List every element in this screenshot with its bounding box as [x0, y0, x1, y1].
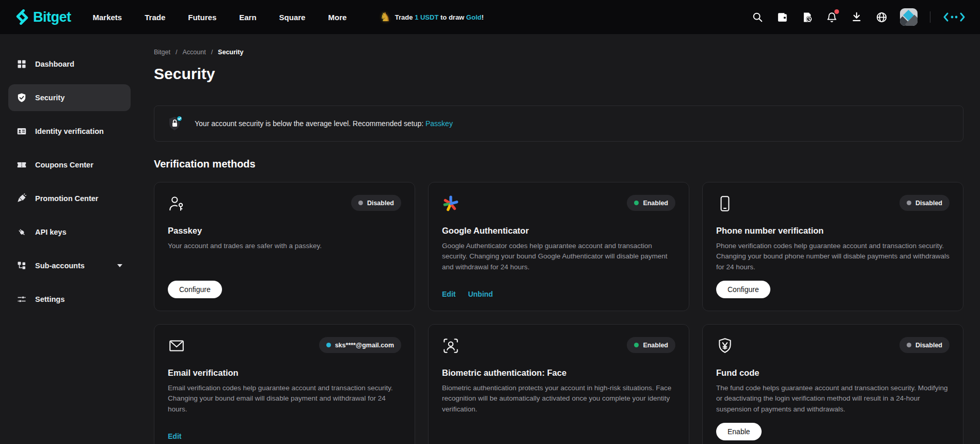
card-title: Biometric authentication: Face	[442, 368, 675, 378]
chevron-down-icon	[117, 264, 122, 267]
gold-horse-icon: ♞	[380, 11, 391, 23]
promo-text: Trade 1 USDT to draw Gold!	[395, 13, 484, 21]
breadcrumb-separator: /	[176, 49, 177, 56]
unbind-link[interactable]: Unbind	[468, 290, 493, 298]
sidebar-item-settings[interactable]: Settings	[8, 286, 131, 313]
card-title: Phone number verification	[716, 226, 950, 236]
org-tree-icon	[17, 261, 27, 271]
breadcrumb-bitget[interactable]: Bitget	[154, 49, 170, 56]
language-icon[interactable]	[875, 11, 888, 23]
avatar[interactable]	[900, 8, 918, 26]
card-title: Passkey	[168, 226, 401, 236]
breadcrumb: Bitget / Account / Security	[154, 49, 963, 56]
email-badge: sks****@gmail.com	[319, 337, 401, 353]
download-icon[interactable]	[850, 11, 863, 23]
card-email-verification: sks****@gmail.com Email verification Ema…	[154, 324, 415, 444]
status-dot	[634, 201, 639, 205]
phone-icon	[716, 195, 734, 212]
breadcrumb-account[interactable]: Account	[182, 49, 206, 56]
status-dot	[358, 201, 363, 205]
edit-link[interactable]: Edit	[168, 432, 181, 440]
nav-item-earn[interactable]: Earn	[239, 13, 256, 22]
promo-banner[interactable]: ♞ Trade 1 USDT to draw Gold!	[380, 11, 484, 23]
status-badge: Disabled	[351, 195, 401, 211]
search-icon[interactable]	[751, 11, 764, 23]
card-description: Your account and trades are safer with a…	[168, 241, 401, 251]
sliders-icon	[17, 294, 27, 304]
enable-button[interactable]: Enable	[716, 423, 762, 440]
face-scan-icon	[442, 337, 460, 355]
nav-item-more[interactable]: More	[328, 13, 346, 22]
topbar-actions	[751, 8, 966, 26]
passkey-link[interactable]: Passkey	[425, 119, 453, 128]
topbar-divider	[930, 11, 930, 23]
orders-icon[interactable]	[801, 11, 813, 23]
card-title: Google Authenticator	[442, 226, 675, 236]
card-fund-code: Disabled Fund code The fund code helps g…	[702, 324, 963, 444]
notification-dot	[834, 9, 839, 14]
status-dot	[326, 343, 331, 347]
plug-icon	[17, 227, 27, 237]
page-title: Security	[154, 65, 963, 83]
id-card-icon	[17, 126, 27, 136]
nav-item-markets[interactable]: Markets	[93, 13, 122, 22]
top-navigation: Markets Trade Futures Earn Square More	[93, 13, 347, 22]
card-phone-verification: Disabled Phone number verification Phone…	[702, 182, 963, 311]
bitget-logo[interactable]: Bitget	[14, 9, 71, 25]
card-description: The fund code helps guarantee account an…	[716, 383, 950, 415]
megaphone-icon	[17, 193, 27, 204]
shield-icon	[17, 93, 27, 103]
collapse-icon[interactable]	[943, 11, 966, 23]
main-content: Bitget / Account / Security Security You…	[144, 34, 980, 444]
status-dot	[634, 343, 639, 347]
section-title: Verification methods	[154, 158, 963, 170]
sidebar-item-coupons-center[interactable]: Coupons Center	[8, 151, 131, 178]
passkey-icon	[168, 195, 185, 212]
nav-item-futures[interactable]: Futures	[188, 13, 216, 22]
status-badge: Disabled	[899, 195, 950, 211]
alert-text: Your account security is below the avera…	[195, 119, 453, 128]
nav-item-square[interactable]: Square	[279, 13, 306, 22]
ticket-icon	[17, 160, 27, 170]
card-title: Email verification	[168, 368, 401, 378]
dashboard-icon	[17, 59, 27, 69]
edit-link[interactable]: Edit	[442, 290, 455, 298]
sidebar-item-api-keys[interactable]: API keys	[8, 219, 131, 246]
fund-shield-icon	[716, 337, 734, 355]
configure-button[interactable]: Configure	[716, 281, 770, 298]
card-description: Google Authenticator codes help guarante…	[442, 241, 675, 272]
security-alert-banner: Your account security is below the avera…	[154, 105, 963, 142]
notifications-icon[interactable]	[826, 11, 838, 23]
status-badge: Enabled	[627, 195, 675, 211]
sidebar-item-dashboard[interactable]: Dashboard	[8, 51, 131, 78]
card-biometric-face: Enabled Biometric authentication: Face B…	[428, 324, 689, 444]
topbar: Bitget Markets Trade Futures Earn Square…	[0, 0, 980, 34]
status-dot	[907, 201, 911, 205]
sidebar: Dashboard Security Identity verification…	[0, 34, 144, 444]
card-description: Phone verification codes help guarantee …	[716, 241, 950, 272]
breadcrumb-separator: /	[211, 49, 213, 56]
sidebar-item-security[interactable]: Security	[8, 84, 131, 111]
card-title: Fund code	[716, 368, 950, 378]
status-badge: Disabled	[899, 337, 950, 353]
lock-shield-icon	[166, 114, 184, 133]
status-dot	[907, 343, 911, 347]
card-description: Biometric authentication protects your a…	[442, 383, 675, 415]
card-google-authenticator: Enabled Google Authenticator Google Auth…	[428, 182, 689, 311]
google-authenticator-icon	[442, 195, 460, 212]
wallet-icon[interactable]	[776, 11, 788, 23]
brand-name: Bitget	[33, 9, 71, 25]
card-description: Email verification codes help guarantee …	[168, 383, 401, 415]
breadcrumb-security: Security	[218, 49, 243, 56]
nav-item-trade[interactable]: Trade	[145, 13, 165, 22]
status-badge: Enabled	[627, 337, 675, 353]
sidebar-item-promotion-center[interactable]: Promotion Center	[8, 185, 131, 212]
card-passkey: Disabled Passkey Your account and trades…	[154, 182, 415, 311]
verification-cards-grid: Disabled Passkey Your account and trades…	[154, 182, 963, 444]
configure-button[interactable]: Configure	[168, 281, 222, 298]
email-icon	[168, 337, 185, 355]
sidebar-item-sub-accounts[interactable]: Sub-accounts	[8, 252, 131, 279]
bitget-logo-icon	[14, 9, 30, 25]
sidebar-item-identity-verification[interactable]: Identity verification	[8, 118, 131, 145]
